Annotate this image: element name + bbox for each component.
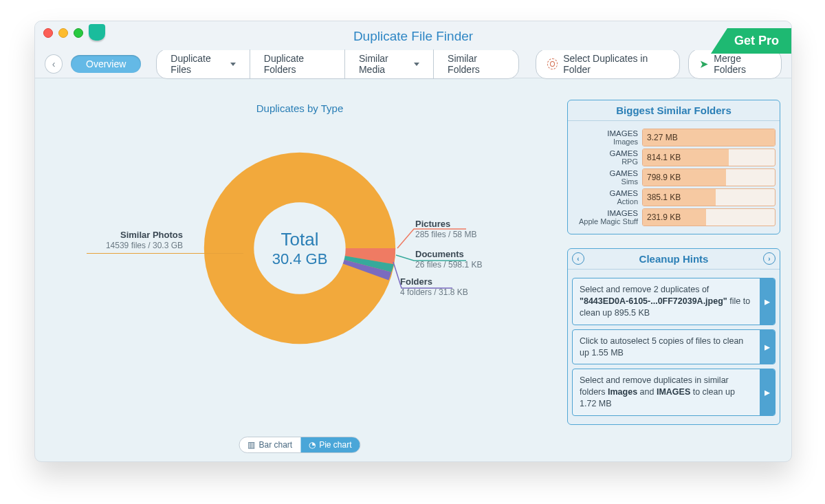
get-pro-button[interactable]: Get Pro (711, 28, 792, 54)
toggle-label: Bar chart (258, 440, 292, 450)
pie-chart-toggle[interactable]: ◔ Pie chart (300, 437, 360, 452)
panel-header: Biggest Similar Folders (568, 100, 780, 121)
panel-body: IMAGESImages3.27 MBGAMESRPG814.1 KBGAMES… (568, 121, 780, 234)
bsf-value: 231.9 KB (647, 209, 681, 226)
titlebar: Duplicate File Finder Get Pro (35, 28, 791, 50)
hint-action-button[interactable]: ▸ (760, 369, 775, 415)
bsf-value: 3.27 MB (647, 129, 678, 146)
callout-title: Similar Photos (120, 230, 183, 240)
seg-label: Duplicate Folders (264, 53, 331, 75)
panel-title: Biggest Similar Folders (616, 105, 732, 116)
callout-folders: Folders 4 folders / 31.8 KB (400, 276, 468, 297)
toggle-label: Pie chart (319, 440, 351, 450)
callout-detail: 4 folders / 31.8 KB (400, 287, 468, 297)
bsf-row[interactable]: GAMESAction385.1 KB (572, 188, 776, 206)
callout-title: Folders (400, 276, 432, 287)
callout-similar-photos: Similar Photos 14539 files / 30.3 GB (87, 230, 183, 250)
chart-type-toggle: ▥ Bar chart ◔ Pie chart (239, 437, 360, 453)
seg-similar-media[interactable]: Similar Media 30 GB (344, 50, 433, 78)
callout-documents: Documents 26 files / 598.1 KB (415, 249, 482, 270)
cleanup-hint[interactable]: Select and remove 2 duplicates of "8443E… (572, 278, 776, 325)
btn-label: Merge Folders (714, 53, 770, 75)
window-controls (43, 28, 83, 38)
bsf-value: 814.1 KB (647, 149, 681, 166)
bsf-row[interactable]: GAMESRPG814.1 KB (572, 149, 776, 166)
donut-chart: Total 30.4 GB Similar Photos 14539 files… (87, 149, 513, 369)
hint-text: Select and remove duplicates in similar … (573, 369, 760, 415)
chevron-left-icon: ‹ (52, 58, 56, 69)
callout-detail: 26 files / 598.1 KB (415, 260, 482, 270)
bsf-value: 385.1 KB (647, 189, 681, 206)
bsf-bar: 385.1 KB (642, 188, 776, 206)
chevron-down-icon (414, 63, 419, 66)
callout-pictures: Pictures 285 files / 58 MB (415, 219, 476, 239)
seg-duplicate-folders[interactable]: Duplicate Folders 432 KB (250, 50, 344, 78)
chevron-down-icon (230, 63, 236, 66)
hint-action-button[interactable]: ▸ (760, 330, 775, 364)
bar-chart-toggle[interactable]: ▥ Bar chart (239, 437, 300, 452)
cleanup-hint[interactable]: Click to autoselect 5 copies of files to… (572, 329, 776, 365)
cleanup-hints-panel: ‹ Cleanup Hints › Select and remove 2 du… (567, 248, 780, 425)
next-hint-button[interactable]: › (763, 252, 776, 265)
bsf-row[interactable]: IMAGESApple Magic Stuff231.9 KB (572, 208, 776, 226)
select-duplicates-button[interactable]: Select Duplicates in Folder (536, 49, 680, 79)
close-icon[interactable] (43, 28, 53, 38)
merge-icon: ➤ (700, 58, 708, 69)
seg-similar-folders[interactable]: Similar Folders 5.7 MB (433, 50, 518, 78)
callout-title: Pictures (415, 219, 450, 229)
biggest-similar-panel: Biggest Similar Folders IMAGESImages3.27… (567, 100, 780, 234)
titlebar-spacer (35, 21, 791, 28)
hint-text: Click to autoselect 5 copies of files to… (573, 330, 760, 364)
bsf-label: GAMESSims (572, 169, 638, 186)
sidebar-right: Biggest Similar Folders IMAGESImages3.27… (564, 90, 791, 461)
svg-point-1 (254, 202, 345, 294)
content-area: Duplicates by Type Total 30.4 GB Similar… (35, 90, 791, 461)
bsf-value: 798.9 KB (647, 169, 681, 186)
pie-chart-icon: ◔ (309, 440, 316, 450)
back-button[interactable]: ‹ (45, 54, 63, 74)
bsf-label: GAMESRPG (572, 149, 638, 166)
duplicates-pane: Duplicates by Type Total 30.4 GB Similar… (35, 90, 564, 461)
prev-hint-button[interactable]: ‹ (572, 252, 584, 265)
seg-label: Similar Media (359, 53, 410, 75)
callout-line (87, 253, 243, 254)
hint-text: Select and remove 2 duplicates of "8443E… (573, 278, 760, 325)
section-title: Duplicates by Type (35, 102, 564, 114)
bar-chart-icon: ▥ (248, 440, 255, 450)
cleanup-hint[interactable]: Select and remove duplicates in similar … (572, 369, 776, 416)
bsf-bar: 3.27 MB (642, 129, 776, 146)
seg-duplicate-files[interactable]: Duplicate Files 59 MB (157, 50, 249, 78)
minimize-icon[interactable] (58, 28, 68, 38)
app-icon (89, 24, 105, 41)
donut-svg (200, 149, 399, 348)
callout-detail: 14539 files / 30.3 GB (106, 241, 183, 250)
bsf-label: IMAGESApple Magic Stuff (572, 209, 638, 226)
panel-title: Cleanup Hints (639, 253, 709, 265)
panel-header: ‹ Cleanup Hints › (568, 249, 780, 270)
seg-label: Duplicate Files (170, 53, 226, 75)
bsf-bar: 798.9 KB (642, 168, 776, 186)
bsf-row[interactable]: IMAGESImages3.27 MB (572, 129, 776, 146)
seg-label: Similar Folders (448, 53, 505, 75)
panel-body: Select and remove 2 duplicates of "8443E… (568, 270, 780, 424)
bsf-row[interactable]: GAMESSims798.9 KB (572, 168, 776, 186)
category-segments: Duplicate Files 59 MB Duplicate Folders … (156, 49, 519, 79)
bsf-bar: 814.1 KB (642, 149, 776, 166)
callout-detail: 285 files / 58 MB (415, 230, 476, 239)
hint-action-button[interactable]: ▸ (760, 278, 775, 325)
window-title: Duplicate File Finder (353, 29, 473, 43)
callout-title: Documents (415, 249, 464, 259)
target-icon (547, 58, 558, 69)
bsf-label: IMAGESImages (572, 129, 638, 146)
bsf-bar: 231.9 KB (642, 208, 776, 226)
btn-label: Select Duplicates in Folder (563, 53, 668, 75)
overview-tab[interactable]: Overview (71, 55, 141, 73)
zoom-icon[interactable] (74, 28, 83, 38)
bsf-label: GAMESAction (572, 189, 638, 206)
toolbar: ‹ Overview Duplicate Files 59 MB Duplica… (35, 50, 791, 78)
app-window: Duplicate File Finder Get Pro ‹ Overview… (34, 21, 792, 462)
